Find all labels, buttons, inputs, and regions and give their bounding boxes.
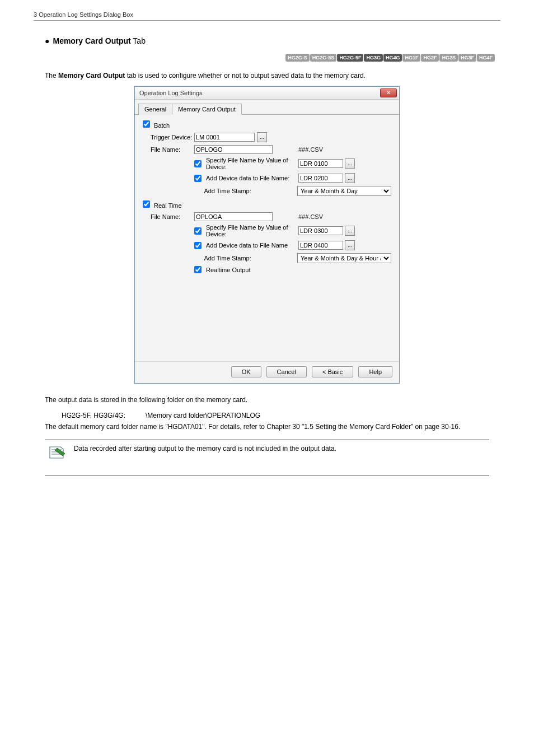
dialog-tabs: General Memory Card Output [135, 100, 399, 115]
batch-file-name-input[interactable] [194, 145, 273, 154]
output-folder-intro: The output data is stored in the followi… [45, 395, 489, 405]
folder-path-row: HG2G-5F, HG3G/4G: \Memory card folder\OP… [62, 412, 489, 419]
batch-add-device-browse-button[interactable]: ... [345, 173, 355, 183]
realtime-group: Real Time File Name: ###.CSV Specify Fil… [143, 200, 391, 273]
model-badge: HG2G-5S [310, 54, 337, 62]
batch-group: Batch Trigger Device: ... File Name: ###… [143, 120, 391, 196]
dialog-body: Batch Trigger Device: ... File Name: ###… [135, 115, 399, 361]
batch-specify-file-browse-button[interactable]: ... [345, 158, 355, 169]
realtime-specify-file-browse-button[interactable]: ... [345, 226, 355, 236]
trigger-device-input[interactable] [194, 133, 255, 142]
section-title-rest: Tab [131, 36, 146, 45]
trigger-device-browse-button[interactable]: ... [257, 132, 267, 142]
realtime-time-stamp-select[interactable]: Year & Mointh & Day & Hour & Minute [297, 253, 391, 263]
batch-add-device-label: Add Device data to File Name: [206, 175, 289, 181]
batch-specify-file-label: Specify File Name by Value of Device: [206, 157, 294, 170]
batch-time-stamp-select[interactable]: Year & Mointh & Day [297, 186, 391, 196]
model-badge: HG3G [364, 54, 383, 62]
batch-specify-file-checkbox[interactable] [194, 160, 202, 167]
batch-checkbox-row: Batch [143, 120, 391, 129]
help-button[interactable]: Help [358, 366, 392, 377]
cancel-button[interactable]: Cancel [266, 366, 307, 377]
batch-add-device-checkbox[interactable] [194, 175, 202, 182]
realtime-add-device-browse-button[interactable]: ... [345, 240, 355, 250]
intro-bold: Memory Card Output [58, 72, 125, 80]
batch-label: Batch [154, 122, 170, 129]
dialog-title-text: Operation Log Settings [139, 90, 203, 96]
realtime-specify-file-input[interactable] [298, 226, 343, 235]
folder-path-models: HG2G-5F, HG3G/4G: [62, 412, 146, 419]
trigger-device-label: Trigger Device: [151, 134, 194, 141]
model-badge: HG2G-5F [337, 54, 363, 62]
model-badges: HG2G-SHG2G-5SHG2G-5FHG3GHG4GHG1FHG2FHG2S… [34, 53, 500, 62]
tab-general[interactable]: General [138, 104, 172, 115]
model-badge: HG4G [383, 54, 402, 62]
realtime-checkbox-row: Real Time [143, 200, 391, 209]
section-title: ●Memory Card Output Tab [34, 36, 500, 45]
note-icon [48, 445, 66, 460]
realtime-label: Real Time [154, 202, 182, 209]
realtime-file-ext: ###.CSV [298, 213, 323, 220]
model-badge: HG3F [458, 54, 476, 62]
realtime-time-stamp-label: Add Time Stamp: [194, 255, 251, 262]
realtime-specify-file-label: Specify File Name by Value of Device: [206, 224, 294, 237]
realtime-add-device-label: Add Device data to File Name [206, 242, 288, 249]
intro-pre: The [45, 72, 58, 80]
batch-file-name-label: File Name: [151, 146, 194, 153]
page-header: 3 Operation Log Settings Dialog Box [34, 11, 500, 21]
model-badge: HG2G-S [285, 54, 310, 62]
batch-time-stamp-label: Add Time Stamp: [194, 188, 251, 194]
model-badge: HG1F [402, 54, 420, 62]
dialog-title-bar: Operation Log Settings ✕ [135, 87, 399, 100]
batch-specify-file-input[interactable] [298, 159, 343, 168]
folder-path-value: \Memory card folder\OPERATIONLOG [146, 412, 260, 419]
batch-add-device-input[interactable] [298, 174, 343, 183]
realtime-file-name-input[interactable] [194, 212, 273, 221]
realtime-output-checkbox[interactable] [194, 266, 202, 273]
realtime-file-name-label: File Name: [151, 213, 194, 220]
realtime-specify-file-checkbox[interactable] [194, 227, 202, 235]
operation-log-settings-dialog: Operation Log Settings ✕ General Memory … [134, 86, 400, 384]
default-folder-note: The default memory card folder name is "… [45, 422, 489, 432]
ok-button[interactable]: OK [231, 366, 261, 377]
section-bullet: ● [45, 36, 49, 45]
model-badge: HG4F [477, 54, 495, 62]
intro-post: tab is used to configure whether or not … [125, 72, 366, 80]
realtime-add-device-checkbox[interactable] [194, 242, 202, 249]
note-block: Data recorded after starting output to t… [45, 440, 489, 475]
realtime-add-device-input[interactable] [298, 241, 343, 250]
tab-memory-card-output[interactable]: Memory Card Output [172, 104, 242, 115]
realtime-checkbox[interactable] [143, 200, 150, 208]
close-button[interactable]: ✕ [380, 88, 397, 97]
basic-button[interactable]: < Basic [312, 366, 353, 377]
section-title-bold: Memory Card Output [53, 36, 130, 45]
batch-file-ext: ###.CSV [298, 146, 323, 153]
dialog-button-row: OK Cancel < Basic Help [135, 361, 399, 383]
intro-paragraph: The Memory Card Output tab is used to co… [45, 72, 489, 80]
batch-checkbox[interactable] [143, 120, 150, 128]
note-text: Data recorded after starting output to t… [74, 445, 336, 460]
model-badge: HG2F [421, 54, 439, 62]
model-badge: HG2S [439, 54, 458, 62]
realtime-output-label: Realtime Output [206, 267, 250, 273]
